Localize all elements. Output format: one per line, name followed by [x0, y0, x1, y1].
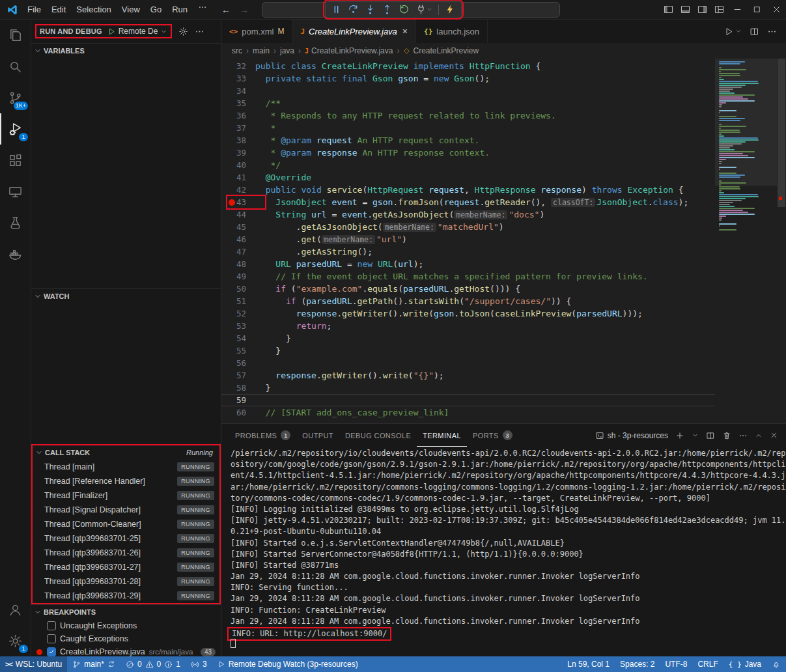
tab-createlinkpreview-java[interactable]: JCreateLinkPreview.java× [292, 20, 416, 43]
code-line-52[interactable]: 52 response.getWriter().write(gson.toJso… [221, 307, 715, 320]
code-line-33[interactable]: 33 private static final Gson gson = new … [221, 72, 715, 85]
panel-tab-problems[interactable]: PROBLEMS1 [229, 424, 296, 447]
breadcrumb-item[interactable]: main [253, 46, 270, 55]
split-terminal-button[interactable] [706, 431, 715, 440]
code-line-46[interactable]: 46 .get(memberName:"url") [221, 233, 715, 245]
remote-indicator[interactable]: >< WSL: Ubuntu [0, 656, 67, 672]
close-tab-icon[interactable]: × [402, 26, 408, 36]
editor-scrollbar[interactable] [777, 59, 786, 423]
panel-tab-ports[interactable]: PORTS3 [467, 424, 518, 447]
variables-section-header[interactable]: VARIABLES [31, 44, 221, 58]
activity-source-control[interactable]: 1K+ [0, 82, 31, 113]
call-stack-thread[interactable]: Thread [Reference Handler]RUNNING [33, 474, 219, 488]
code-line-40[interactable]: 40 */ [221, 159, 715, 171]
breakpoint-checkbox[interactable] [47, 621, 56, 630]
line-number[interactable]: 49 [221, 270, 255, 283]
ports-indicator[interactable]: 3 [186, 656, 212, 672]
panel-tab-output[interactable]: OUTPUT [296, 424, 339, 447]
call-stack-thread[interactable]: Thread [qtp399683701-25]RUNNING [33, 531, 219, 546]
call-stack-thread[interactable]: Thread [Common-Cleaner]RUNNING [33, 517, 219, 531]
line-number[interactable]: 45 [221, 221, 255, 233]
new-terminal-button[interactable] [675, 431, 684, 440]
activity-testing[interactable] [0, 207, 31, 238]
step-into-button[interactable] [363, 3, 378, 16]
tab-launch-json[interactable]: {}launch.json [416, 20, 488, 43]
encoding-indicator[interactable]: UTF-8 [660, 656, 692, 672]
tab-pom-xml[interactable]: <>pom.xmlM [221, 20, 292, 43]
sidebar-more-actions-icon[interactable] [195, 27, 204, 36]
code-line-32[interactable]: 32public class CreateLinkPreview impleme… [221, 60, 715, 72]
nav-back-button[interactable]: ← [221, 5, 231, 15]
line-number[interactable]: 48 [221, 258, 255, 270]
language-mode-indicator[interactable]: { } Java [723, 656, 766, 672]
window-minimize-button[interactable] [727, 0, 747, 19]
code-line-57[interactable]: 57 response.getWriter().write("{}"); [221, 369, 715, 382]
window-close-button[interactable] [766, 0, 786, 19]
close-panel-button[interactable] [770, 431, 778, 440]
menu-selection[interactable]: Selection [71, 3, 116, 17]
line-number[interactable]: 52 [221, 307, 255, 320]
breakpoint-checkbox[interactable] [47, 634, 56, 643]
eol-indicator[interactable]: CRLF [692, 656, 723, 672]
breakpoint-row[interactable]: Uncaught Exceptions [31, 619, 221, 632]
line-number[interactable]: 32 [221, 60, 255, 72]
line-number[interactable]: 46 [221, 233, 255, 245]
run-java-button[interactable] [724, 27, 742, 36]
code-line-49[interactable]: 49 // If the event object URL matches a … [221, 270, 715, 283]
menu-overflow[interactable] [193, 3, 212, 17]
call-stack-thread[interactable]: Thread [main]RUNNING [33, 460, 219, 474]
call-stack-thread[interactable]: Thread [qtp399683701-26]RUNNING [33, 546, 219, 560]
terminal-output[interactable]: /pierrick/.m2/repository/io/cloudevents/… [221, 447, 786, 656]
code-line-34[interactable]: 34 [221, 85, 715, 97]
cursor-position-indicator[interactable]: Ln 59, Col 1 [562, 656, 615, 672]
breadcrumb-item[interactable]: CreateLinkPreview [403, 46, 479, 55]
menu-edit[interactable]: Edit [46, 3, 71, 17]
step-over-button[interactable] [346, 3, 361, 16]
line-number[interactable]: 38 [221, 134, 255, 147]
activity-accounts[interactable] [0, 594, 31, 625]
problems-indicator[interactable]: 0 0 1 [120, 656, 186, 672]
code-line-36[interactable]: 36 * Responds to any HTTP request relate… [221, 109, 715, 122]
breakpoint-checkbox[interactable] [47, 647, 56, 656]
code-line-42[interactable]: 42 public void service(HttpRequest reque… [221, 184, 715, 196]
line-number[interactable]: 50 [221, 283, 255, 295]
breadcrumb-item[interactable]: java [280, 46, 294, 55]
breadcrumb-item[interactable]: JCreateLinkPreview.java [305, 46, 393, 55]
line-number[interactable]: 37 [221, 122, 255, 134]
code-line-59[interactable]: 59 [221, 394, 715, 406]
line-number[interactable]: 54 [221, 332, 255, 344]
code-line-56[interactable]: 56 [221, 357, 715, 369]
line-number[interactable]: 39 [221, 147, 255, 159]
maximize-panel-button[interactable] [755, 432, 763, 440]
breadcrumb-item[interactable]: src [232, 46, 242, 55]
menu-view[interactable]: View [117, 3, 145, 17]
terminal-selector[interactable]: sh - 3p-resources [595, 431, 668, 440]
call-stack-thread[interactable]: Thread [Signal Dispatcher]RUNNING [33, 503, 219, 517]
watch-section-header[interactable]: WATCH [31, 289, 221, 303]
menu-file[interactable]: File [22, 3, 46, 17]
breakpoints-section-header[interactable]: BREAKPOINTS [31, 605, 221, 619]
code-line-35[interactable]: 35 /** [221, 97, 715, 109]
line-number[interactable]: 44 [221, 208, 255, 221]
pause-button[interactable] [329, 3, 344, 16]
line-number[interactable]: 56 [221, 357, 255, 369]
code-line-60[interactable]: 60 // [START add_ons_case_preview_link] [221, 406, 715, 419]
line-number[interactable]: 59 [221, 394, 255, 406]
code-line-51[interactable]: 51 if (parsedURL.getPath().startsWith("/… [221, 295, 715, 307]
activity-explorer[interactable] [0, 20, 31, 51]
code-line-50[interactable]: 50 if ("example.com".equals(parsedURL.ge… [221, 283, 715, 295]
call-stack-section-header[interactable]: CALL STACK Running [33, 445, 219, 460]
code-line-43[interactable]: 43 JsonObject event = gson.fromJson(requ… [221, 196, 715, 208]
activity-docker[interactable] [0, 238, 31, 270]
line-number[interactable]: 33 [221, 72, 255, 85]
line-number[interactable]: 35 [221, 97, 255, 109]
code-line-37[interactable]: 37 * [221, 122, 715, 134]
menu-go[interactable]: Go [145, 3, 167, 17]
activity-search[interactable] [0, 51, 31, 82]
code-line-41[interactable]: 41 @Override [221, 171, 715, 184]
restart-button[interactable] [397, 3, 412, 16]
code-line-53[interactable]: 53 return; [221, 320, 715, 332]
code-editor[interactable]: 32public class CreateLinkPreview impleme… [221, 59, 786, 423]
editor-more-actions-button[interactable] [767, 27, 777, 36]
toggle-sidebar-button[interactable] [660, 0, 677, 19]
